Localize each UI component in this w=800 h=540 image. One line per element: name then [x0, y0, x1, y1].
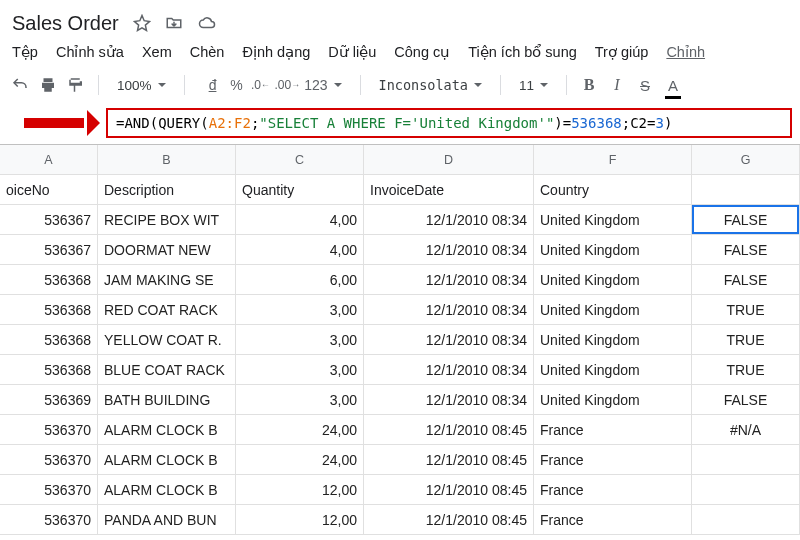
cell[interactable]: DOORMAT NEW — [98, 235, 236, 264]
cell[interactable]: ALARM CLOCK B — [98, 445, 236, 474]
cell[interactable]: Country — [534, 175, 692, 204]
star-icon[interactable] — [133, 14, 151, 32]
menu-insert[interactable]: Chèn — [190, 44, 225, 60]
column-header[interactable]: D — [364, 145, 534, 174]
cell[interactable]: 12/1/2010 08:45 — [364, 445, 534, 474]
move-folder-icon[interactable] — [165, 14, 183, 32]
document-title[interactable]: Sales Order — [12, 12, 119, 35]
font-size-select[interactable]: 11 — [513, 73, 554, 97]
cell[interactable]: 4,00 — [236, 205, 364, 234]
cell[interactable]: ALARM CLOCK B — [98, 415, 236, 444]
cell[interactable]: ALARM CLOCK B — [98, 475, 236, 504]
cell[interactable]: France — [534, 415, 692, 444]
decrease-decimal-button[interactable]: .0← — [251, 73, 271, 97]
cell[interactable]: 12/1/2010 08:34 — [364, 385, 534, 414]
cell[interactable]: 12/1/2010 08:45 — [364, 475, 534, 504]
cell[interactable]: 12/1/2010 08:45 — [364, 415, 534, 444]
cell[interactable]: 12,00 — [236, 505, 364, 534]
menu-addons[interactable]: Tiện ích bổ sung — [468, 44, 577, 60]
menu-file[interactable]: Tệp — [12, 44, 38, 60]
cell[interactable]: 536370 — [0, 445, 98, 474]
cell[interactable]: 12,00 — [236, 475, 364, 504]
cell[interactable]: 12/1/2010 08:34 — [364, 265, 534, 294]
undo-icon[interactable] — [10, 73, 30, 97]
cell[interactable]: 24,00 — [236, 415, 364, 444]
menu-data[interactable]: Dữ liệu — [328, 44, 376, 60]
text-color-button[interactable]: A — [663, 73, 683, 97]
percent-button[interactable]: % — [227, 73, 247, 97]
cell[interactable]: 536370 — [0, 415, 98, 444]
column-header[interactable]: B — [98, 145, 236, 174]
cell[interactable]: 536368 — [0, 295, 98, 324]
cell[interactable]: 536370 — [0, 475, 98, 504]
cell[interactable]: TRUE — [692, 355, 800, 384]
cell[interactable]: TRUE — [692, 295, 800, 324]
print-icon[interactable] — [38, 73, 58, 97]
currency-button[interactable]: đ — [203, 73, 223, 97]
cell[interactable]: United Kingdom — [534, 265, 692, 294]
cell[interactable]: RED COAT RACK — [98, 295, 236, 324]
bold-button[interactable]: B — [579, 73, 599, 97]
cell[interactable]: 3,00 — [236, 385, 364, 414]
cell[interactable]: 536367 — [0, 205, 98, 234]
cell[interactable]: France — [534, 445, 692, 474]
more-formats-button[interactable]: 123 — [304, 73, 341, 97]
paint-format-icon[interactable] — [66, 73, 86, 97]
formula-bar[interactable]: =AND(QUERY(A2:F2;"SELECT A WHERE F='Unit… — [106, 108, 792, 138]
zoom-level[interactable]: 100% — [111, 73, 172, 97]
strike-button[interactable]: S — [635, 73, 655, 97]
cell[interactable] — [692, 505, 800, 534]
cell[interactable]: 3,00 — [236, 325, 364, 354]
increase-decimal-button[interactable]: .00→ — [275, 73, 301, 97]
font-family-select[interactable]: Inconsolata — [373, 73, 488, 97]
cell[interactable]: France — [534, 475, 692, 504]
cell[interactable]: 12/1/2010 08:34 — [364, 295, 534, 324]
column-header[interactable]: G — [692, 145, 800, 174]
cell[interactable]: #N/A — [692, 415, 800, 444]
menu-tools[interactable]: Công cụ — [394, 44, 450, 60]
cloud-status-icon[interactable] — [197, 14, 217, 32]
menu-edit[interactable]: Chỉnh sửa — [56, 44, 124, 60]
italic-button[interactable]: I — [607, 73, 627, 97]
cell[interactable]: 12/1/2010 08:34 — [364, 205, 534, 234]
cell[interactable]: FALSE — [692, 235, 800, 264]
cell[interactable]: FALSE — [692, 385, 800, 414]
cell[interactable]: BLUE COAT RACK — [98, 355, 236, 384]
cell[interactable]: PANDA AND BUN — [98, 505, 236, 534]
cell[interactable]: 4,00 — [236, 235, 364, 264]
cell[interactable]: 6,00 — [236, 265, 364, 294]
column-header[interactable]: C — [236, 145, 364, 174]
cell[interactable]: RECIPE BOX WIT — [98, 205, 236, 234]
cell[interactable]: 24,00 — [236, 445, 364, 474]
cell[interactable]: Quantity — [236, 175, 364, 204]
cell[interactable]: 536370 — [0, 505, 98, 534]
cell[interactable]: United Kingdom — [534, 325, 692, 354]
cell[interactable] — [692, 445, 800, 474]
cell[interactable]: BATH BUILDING — [98, 385, 236, 414]
cell[interactable]: United Kingdom — [534, 385, 692, 414]
column-header[interactable]: A — [0, 145, 98, 174]
cell[interactable]: Description — [98, 175, 236, 204]
cell[interactable]: 3,00 — [236, 355, 364, 384]
cell[interactable]: 3,00 — [236, 295, 364, 324]
cell[interactable]: United Kingdom — [534, 205, 692, 234]
cell[interactable]: 12/1/2010 08:34 — [364, 235, 534, 264]
cell[interactable]: 536367 — [0, 235, 98, 264]
spreadsheet-grid[interactable]: A B C D F G oiceNo Description Quantity … — [0, 144, 800, 535]
cell[interactable]: YELLOW COAT R. — [98, 325, 236, 354]
cell[interactable] — [692, 175, 800, 204]
cell[interactable] — [692, 475, 800, 504]
menu-view[interactable]: Xem — [142, 44, 172, 60]
cell[interactable]: 12/1/2010 08:45 — [364, 505, 534, 534]
cell[interactable]: JAM MAKING SE — [98, 265, 236, 294]
cell[interactable]: 536368 — [0, 265, 98, 294]
cell[interactable]: United Kingdom — [534, 295, 692, 324]
menu-format[interactable]: Định dạng — [242, 44, 310, 60]
cell[interactable]: InvoiceDate — [364, 175, 534, 204]
cell[interactable]: France — [534, 505, 692, 534]
cell[interactable]: United Kingdom — [534, 235, 692, 264]
cell[interactable]: FALSE — [692, 205, 800, 234]
cell[interactable]: 536369 — [0, 385, 98, 414]
menu-help[interactable]: Trợ giúp — [595, 44, 649, 60]
cell[interactable]: 12/1/2010 08:34 — [364, 355, 534, 384]
